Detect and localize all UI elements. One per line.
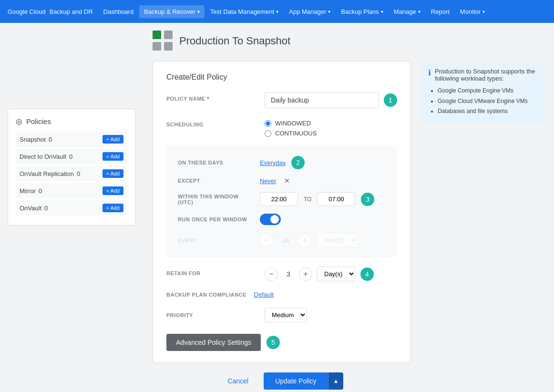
chevron-down-icon: ▾	[328, 9, 330, 14]
chevron-down-icon: ▾	[381, 9, 383, 14]
on-these-days-row: ON THESE DAYS Everyday 2	[178, 156, 386, 169]
policy-name-row: POLICY NAME * 1	[166, 92, 397, 108]
nav-item-backup-plans[interactable]: Backup Plans▾	[336, 5, 388, 18]
info-panel: ℹ Production to Snapshot supports the fo…	[421, 61, 544, 124]
policies-icon: ◎	[16, 117, 22, 126]
time-to-input[interactable]	[317, 192, 355, 206]
except-close-icon[interactable]: ✕	[284, 177, 290, 185]
retain-decrement-button[interactable]: −	[265, 268, 278, 281]
add-onvault-button[interactable]: + Add	[103, 204, 123, 212]
advanced-policy-settings-button[interactable]: Advanced Policy Settings	[166, 334, 261, 351]
info-list-item: Google Compute Engine VMs	[438, 86, 537, 96]
radio-windowed[interactable]: WINDOWED	[265, 120, 397, 127]
on-these-days-value[interactable]: Everyday	[260, 159, 286, 166]
retain-for-control: − 3 + Day(s) 4	[265, 267, 397, 281]
within-window-row: WITHIN THIS WINDOW (UTC) TO 3	[178, 192, 386, 206]
info-list-item: Google Cloud VMware Engine VMs	[438, 96, 537, 107]
nav-menu: Dashboard Backup & Recover▾ Test Data Ma…	[99, 5, 546, 18]
sidebar: ◎ Policies Snapshot 0 + Add Direct to On…	[0, 23, 143, 392]
add-direct-onvault-button[interactable]: + Add	[103, 152, 123, 161]
brand-logo: Google Cloud Backup and DR	[8, 8, 93, 15]
info-icon: ℹ	[428, 68, 431, 77]
step-2-badge: 2	[291, 156, 305, 169]
policy-name-control: 1	[265, 92, 397, 108]
icon-sq-gray-3	[164, 42, 173, 51]
form-panel-title: Create/Edit Policy	[166, 73, 397, 82]
chevron-down-icon: ▾	[482, 9, 485, 14]
policy-row-direct-onvault: Direct to OnVault 0 + Add	[16, 149, 127, 164]
policy-row-onvault-replication: OnVault Replication 0 + Add	[16, 166, 127, 181]
radio-continuous[interactable]: CONTINUOUS	[265, 130, 397, 137]
compliance-value[interactable]: Default	[254, 291, 274, 298]
retain-for-label: RETAIN FOR	[166, 267, 257, 276]
main-layout: ◎ Policies Snapshot 0 + Add Direct to On…	[0, 23, 554, 392]
footer-actions: Cancel Update Policy ▲	[153, 372, 411, 390]
cancel-button[interactable]: Cancel	[220, 372, 256, 390]
priority-label: PRIORITY	[166, 312, 257, 318]
nav-item-app-manager[interactable]: App Manager▾	[284, 5, 335, 18]
brand-product: Backup and DR	[50, 8, 93, 15]
toggle-slider	[260, 214, 281, 225]
every-value: 24	[279, 237, 292, 244]
add-mirror-button[interactable]: + Add	[103, 186, 123, 195]
except-value[interactable]: Never	[260, 177, 277, 185]
info-panel-title: Production to Snapshot supports the foll…	[435, 68, 537, 82]
step-1-badge: 1	[384, 93, 397, 107]
except-label: EXCEPT	[178, 178, 254, 184]
policy-row-onvault: OnVault 0 + Add	[16, 200, 127, 216]
scheduling-row: SCHEDULING WINDOWED CONTINUOUS	[166, 118, 397, 137]
compliance-row: BACKUP PLAN COMPLIANCE Default	[166, 291, 397, 298]
nav-item-report[interactable]: Report	[426, 5, 454, 18]
time-from-input[interactable]	[260, 192, 298, 206]
info-list: Google Compute Engine VMs Google Cloud V…	[428, 86, 537, 117]
priority-select[interactable]: Medium High Low	[265, 308, 307, 322]
scheduling-control: WINDOWED CONTINUOUS	[265, 118, 397, 137]
step-5-badge: 5	[267, 336, 280, 349]
retain-increment-button[interactable]: +	[299, 268, 312, 281]
advanced-settings-row: Advanced Policy Settings 5	[166, 334, 397, 351]
nav-item-dashboard[interactable]: Dashboard	[99, 5, 139, 18]
policy-row-mirror: Mirror 0 + Add	[16, 183, 127, 198]
every-label: EVERY	[178, 237, 254, 243]
compliance-label: BACKUP PLAN COMPLIANCE	[166, 292, 246, 298]
scheduling-label: SCHEDULING	[166, 118, 257, 127]
step-3-badge: 3	[361, 193, 374, 206]
every-row: EVERY − 24 + Hour(s)	[178, 233, 386, 248]
content-area: Production To Snapshot Create/Edit Polic…	[143, 23, 554, 392]
icon-sq-gray-2	[153, 42, 161, 51]
nav-item-manage[interactable]: Manage▾	[389, 5, 425, 18]
schedule-box: ON THESE DAYS Everyday 2 EXCEPT Never ✕	[166, 146, 397, 257]
retain-value: 3	[282, 270, 295, 278]
chevron-down-icon: ▾	[418, 9, 421, 14]
main-col: Create/Edit Policy POLICY NAME * 1 S	[153, 61, 411, 390]
every-decrement-button[interactable]: −	[260, 234, 273, 247]
run-once-toggle[interactable]	[260, 214, 281, 225]
update-policy-button[interactable]: Update Policy	[264, 372, 328, 390]
run-once-label: RUN ONCE PER WINDOW	[178, 217, 254, 222]
nav-item-test-data[interactable]: Test Data Management▾	[205, 5, 283, 18]
every-unit-select[interactable]: Hour(s)	[317, 233, 358, 248]
two-col-layout: Create/Edit Policy POLICY NAME * 1 S	[153, 61, 544, 390]
retain-for-row: RETAIN FOR − 3 + Day(s) 4	[166, 267, 397, 281]
nav-item-backup-recover[interactable]: Backup & Recover▾	[139, 5, 205, 18]
info-panel-header: ℹ Production to Snapshot supports the fo…	[428, 68, 537, 82]
add-onvault-replication-button[interactable]: + Add	[103, 169, 123, 178]
retain-counter: − 3 +	[265, 268, 312, 281]
policy-name-label: POLICY NAME *	[166, 92, 257, 102]
add-snapshot-button[interactable]: + Add	[103, 135, 123, 144]
top-navigation: Google Cloud Backup and DR Dashboard Bac…	[0, 0, 554, 23]
icon-sq-teal-1	[153, 31, 161, 39]
within-window-label: WITHIN THIS WINDOW (UTC)	[178, 194, 254, 205]
step-4-badge: 4	[360, 268, 374, 281]
policies-panel: ◎ Policies Snapshot 0 + Add Direct to On…	[8, 109, 135, 226]
chevron-down-icon: ▾	[276, 9, 278, 14]
policy-name-input[interactable]	[265, 92, 379, 108]
page-icon	[153, 31, 174, 52]
update-policy-arrow-button[interactable]: ▲	[328, 372, 344, 390]
every-increment-button[interactable]: +	[298, 234, 311, 247]
to-label: TO	[304, 196, 311, 203]
form-panel: Create/Edit Policy POLICY NAME * 1 S	[153, 61, 411, 363]
retain-unit-select[interactable]: Day(s)	[317, 267, 356, 281]
icon-sq-gray-1	[164, 31, 173, 39]
nav-item-monitor[interactable]: Monitor▾	[455, 5, 490, 18]
